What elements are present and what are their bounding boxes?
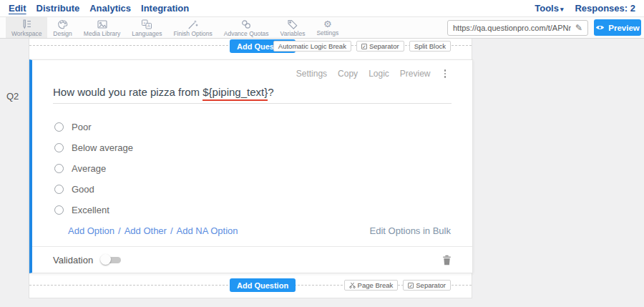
option-label[interactable]: Below average — [72, 142, 133, 153]
workspace-icon — [21, 19, 32, 29]
toolbar-label: Languages — [132, 30, 162, 37]
scissors-icon — [349, 282, 356, 288]
preview-label: Preview — [608, 24, 639, 32]
tools-dropdown[interactable]: Tools▾ — [535, 3, 563, 14]
option-label[interactable]: Good — [72, 184, 94, 195]
add-na-option-link[interactable]: Add NA Option — [177, 225, 238, 236]
toolbar-label: Settings — [316, 29, 338, 36]
toolbar-label: Workspace — [11, 30, 42, 37]
design-palette-icon — [57, 19, 69, 29]
workspace-panel: Add Question Automatic Logic Break ✓ Sep… — [29, 39, 472, 298]
question-copy-link[interactable]: Copy — [338, 69, 358, 79]
question-card-footer: Validation — [32, 246, 472, 273]
toolbar-item-finish-options[interactable]: Finish Options — [167, 17, 218, 38]
question-preview-link[interactable]: Preview — [400, 69, 431, 79]
question-card: Settings Copy Logic Preview How would yo… — [29, 59, 473, 273]
validation-label: Validation — [53, 255, 93, 265]
page-break-chip-label: Page Break — [358, 281, 394, 289]
page-break-chip[interactable]: Page Break — [344, 280, 399, 291]
option-row: Poor — [53, 117, 451, 137]
question-text-before: How would you rate pizza from — [53, 86, 203, 98]
nav-item-edit[interactable]: Edit — [9, 3, 26, 14]
radio-button-icon[interactable] — [54, 185, 64, 194]
add-option-link[interactable]: Add Option — [68, 225, 114, 236]
editor-toolbar: Workspace Design Media Library xA Langua… — [0, 17, 644, 39]
svg-text:A: A — [147, 24, 150, 28]
toolbar-item-workspace[interactable]: Workspace — [6, 17, 47, 38]
option-label[interactable]: Excellent — [72, 205, 109, 215]
nav-item-distribute[interactable]: Distribute — [36, 3, 80, 14]
radio-button-icon[interactable] — [54, 205, 64, 215]
toolbar-item-languages[interactable]: xA Languages — [126, 17, 167, 38]
radio-button-icon[interactable] — [54, 122, 64, 132]
option-row: Excellent — [53, 200, 451, 220]
toolbar-label: Design — [53, 30, 72, 37]
trash-icon — [442, 255, 452, 265]
option-row: Good — [53, 179, 451, 200]
toolbar-item-settings[interactable]: ⚙ Settings — [311, 17, 344, 38]
eye-icon — [595, 24, 605, 31]
magic-wand-icon — [187, 19, 199, 29]
add-question-button-bottom[interactable]: Add Question — [230, 278, 296, 292]
option-row: Average — [53, 158, 451, 179]
nav-menu: Edit Distribute Analytics Integration — [9, 3, 189, 14]
chevron-down-icon: ▾ — [560, 6, 564, 13]
option-row: Below average — [53, 137, 451, 158]
question-text-field[interactable]: How would you rate pizza from ${piping_t… — [53, 86, 274, 98]
question-card-menu: Settings Copy Logic Preview — [296, 69, 449, 79]
top-insert-chips: Automatic Logic Break ✓ Separator Split … — [273, 41, 451, 52]
question-input-underline — [53, 103, 452, 104]
separator-chip-label: Separator — [369, 42, 399, 50]
link-separator: / — [170, 225, 173, 236]
split-block-chip[interactable]: Split Block — [409, 41, 451, 52]
responses-link[interactable]: Responses: 2 — [575, 3, 635, 14]
separator-chip[interactable]: ✓ Separator — [403, 280, 451, 291]
separator-chip-label: Separator — [416, 281, 446, 289]
gear-icon: ⚙ — [323, 19, 332, 29]
svg-text:x: x — [144, 20, 146, 24]
radio-button-icon[interactable] — [54, 164, 64, 173]
kebab-menu-icon[interactable] — [441, 69, 449, 79]
survey-url-value: https://qa.questionpro.com/t/APNrFZgR — [453, 24, 571, 32]
toolbar-item-design[interactable]: Design — [47, 17, 77, 38]
edit-url-pencil-icon[interactable]: ✎ — [571, 23, 582, 33]
option-label[interactable]: Average — [72, 163, 106, 174]
tools-label: Tools — [535, 3, 559, 14]
automatic-logic-break-chip[interactable]: Automatic Logic Break — [273, 41, 351, 52]
link-separator: / — [118, 225, 121, 236]
add-other-link[interactable]: Add Other — [125, 225, 167, 236]
bottom-insert-chips: Page Break ✓ Separator — [344, 280, 451, 291]
checked-checkbox-icon: ✓ — [408, 283, 414, 288]
toolbar-item-media-library[interactable]: Media Library — [78, 17, 127, 38]
top-insert-bar: Add Question Automatic Logic Break ✓ Sep… — [29, 39, 472, 59]
option-label[interactable]: Poor — [72, 122, 91, 132]
nav-item-integration[interactable]: Integration — [141, 3, 189, 14]
preview-button[interactable]: Preview — [594, 19, 641, 36]
checked-checkbox-icon: ✓ — [361, 44, 367, 49]
top-navbar: Edit Distribute Analytics Integration To… — [0, 0, 644, 17]
edit-options-in-bulk-link[interactable]: Edit Options in Bulk — [370, 225, 451, 236]
radio-button-icon[interactable] — [54, 143, 64, 152]
question-number-label: Q2 — [6, 91, 19, 102]
toolbar-label: Advance Quotas — [224, 30, 269, 37]
toolbar-label: Media Library — [84, 30, 121, 37]
question-text-after: ? — [268, 86, 273, 98]
toolbar-item-advance-quotas[interactable]: Advance Quotas — [218, 17, 275, 38]
toolbar-label: Finish Options — [173, 30, 212, 37]
question-settings-link[interactable]: Settings — [296, 69, 327, 79]
nav-right: Tools▾ Responses: 2 — [535, 3, 635, 14]
bottom-insert-bar: Add Question Page Break ✓ Separator — [29, 273, 472, 298]
question-logic-link[interactable]: Logic — [369, 69, 389, 79]
option-actions-row: Add Option / Add Other / Add NA Option E… — [68, 225, 451, 236]
toolbar-label: Variables — [280, 30, 306, 37]
survey-url-field[interactable]: https://qa.questionpro.com/t/APNrFZgR ✎ — [447, 20, 588, 36]
separator-chip[interactable]: ✓ Separator — [356, 41, 404, 52]
media-image-icon — [97, 19, 108, 29]
validation-toggle[interactable] — [100, 254, 122, 265]
answer-options-list: Poor Below average Average Good Excellen… — [53, 117, 451, 220]
nav-item-analytics[interactable]: Analytics — [89, 3, 131, 14]
delete-question-button[interactable] — [442, 255, 452, 265]
tag-icon — [287, 19, 298, 29]
piping-text-token[interactable]: ${piping_text} — [203, 86, 268, 101]
toolbar-item-variables[interactable]: Variables — [275, 17, 311, 38]
